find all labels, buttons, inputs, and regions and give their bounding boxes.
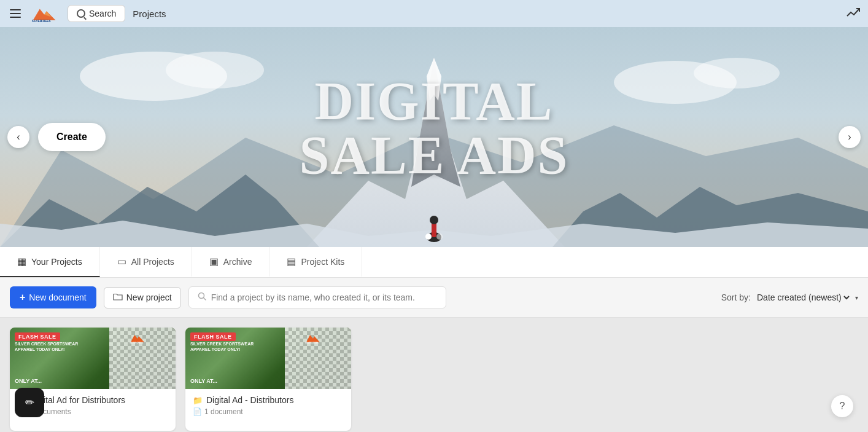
sort-area: Sort by: Date created (newest) Date crea… xyxy=(721,292,858,303)
logo[interactable]: SILVER CREEK xyxy=(31,4,60,23)
question-mark-icon: ? xyxy=(840,401,845,412)
tab-your-projects-label: Your Projects xyxy=(31,257,82,267)
hero-title-line2: SALE ADS xyxy=(299,128,568,183)
toolbar: + New document New project Sort by: Date… xyxy=(0,278,868,318)
projects-search-input[interactable] xyxy=(211,293,437,302)
carousel-dot-2[interactable] xyxy=(436,234,443,240)
content-area: FLASH SALE SILVER CREEK SPORTSWEAR APPAR… xyxy=(0,318,868,432)
svg-point-8 xyxy=(694,58,780,88)
fab-button[interactable]: ✏ xyxy=(15,388,44,417)
tab-all-projects-label: All Projects xyxy=(131,257,174,267)
doc-icon-2: 📄 xyxy=(193,407,202,416)
flash-sale-text-2: SILVER CREEK SPORTSWEAR APPAREL TODAY ON… xyxy=(190,341,264,352)
new-document-label: New document xyxy=(29,293,86,302)
carousel-prev-button[interactable]: ‹ xyxy=(7,126,29,148)
svg-text:SILVER CREEK: SILVER CREEK xyxy=(130,342,144,344)
chevron-down-icon: ▾ xyxy=(855,294,858,301)
flash-sale-badge-2: FLASH SALE xyxy=(190,332,236,341)
project-card-count-2: 📄 1 document xyxy=(193,407,344,416)
hero-title-line1: DIGITAL xyxy=(299,74,568,128)
help-button[interactable]: ? xyxy=(831,395,853,417)
folder-plus-icon xyxy=(113,293,123,303)
projects-search[interactable] xyxy=(188,286,446,308)
svg-point-18 xyxy=(430,216,438,224)
tab-all-projects[interactable]: ▭ All Projects xyxy=(100,247,192,277)
header-right xyxy=(846,5,861,23)
new-document-button[interactable]: + New document xyxy=(10,286,96,308)
svg-point-6 xyxy=(166,52,264,88)
tab-project-kits[interactable]: ▤ Project Kits xyxy=(269,247,362,277)
edit-icon: ✏ xyxy=(25,396,34,409)
nav-projects-label: Projects xyxy=(133,9,166,19)
search-icon xyxy=(77,9,85,18)
svg-text:SILVER CREEK: SILVER CREEK xyxy=(305,342,319,344)
only-at-1: ONLY AT... xyxy=(15,378,42,384)
analytics-button[interactable] xyxy=(846,5,861,23)
tabs-bar: ▦ Your Projects ▭ All Projects ▣ Archive… xyxy=(0,247,868,278)
project-card-title-2: 📁 Digital Ad - Distributors xyxy=(193,395,344,405)
project-thumb-1: FLASH SALE SILVER CREEK SPORTSWEAR APPAR… xyxy=(10,328,176,389)
svg-text:CREEK: CREEK xyxy=(41,20,52,23)
only-at-2: ONLY AT... xyxy=(190,378,217,384)
folder-icon-2: 📁 xyxy=(193,396,203,405)
project-card-footer-2: 📁 Digital Ad - Distributors 📄 1 document xyxy=(185,389,351,422)
project-kits-icon: ▤ xyxy=(287,256,296,267)
carousel-dots xyxy=(425,234,443,240)
search-button[interactable]: Search xyxy=(68,5,125,22)
search-label: Search xyxy=(89,9,116,18)
hero-banner: DIGITAL SALE ADS Create ‹ › xyxy=(0,27,868,247)
project-card-2[interactable]: FLASH SALE SILVER CREEK SPORTSWEAR APPAR… xyxy=(185,328,351,431)
tab-archive[interactable]: ▣ Archive xyxy=(192,247,270,277)
all-projects-icon: ▭ xyxy=(117,256,126,267)
svg-line-20 xyxy=(203,298,206,300)
carousel-next-button[interactable]: › xyxy=(839,126,861,148)
menu-button[interactable] xyxy=(7,7,23,20)
new-project-button[interactable]: New project xyxy=(104,287,181,308)
header: SILVER CREEK Search Projects xyxy=(0,0,868,27)
analytics-icon xyxy=(846,5,861,20)
carousel-dot-1[interactable] xyxy=(425,234,432,240)
flash-sale-text-1: SILVER CREEK SPORTSWEAR APPAREL TODAY ON… xyxy=(15,341,88,352)
tab-archive-label: Archive xyxy=(223,257,252,267)
project-thumb-2: FLASH SALE SILVER CREEK SPORTSWEAR APPAR… xyxy=(185,328,351,389)
hero-text: DIGITAL SALE ADS xyxy=(299,74,568,183)
archive-icon: ▣ xyxy=(209,256,219,267)
create-button[interactable]: Create xyxy=(38,123,106,151)
your-projects-icon: ▦ xyxy=(17,256,26,267)
logo-icon: SILVER CREEK xyxy=(31,4,60,23)
tab-project-kits-label: Project Kits xyxy=(301,257,344,267)
sort-by-label: Sort by: xyxy=(721,293,751,302)
flash-sale-badge-1: FLASH SALE xyxy=(15,332,60,341)
plus-icon: + xyxy=(20,292,25,303)
sort-select[interactable]: Date created (newest) Date created (olde… xyxy=(754,292,851,303)
search-projects-icon xyxy=(198,292,206,303)
new-project-label: New project xyxy=(126,293,172,302)
tab-your-projects[interactable]: ▦ Your Projects xyxy=(0,247,100,277)
